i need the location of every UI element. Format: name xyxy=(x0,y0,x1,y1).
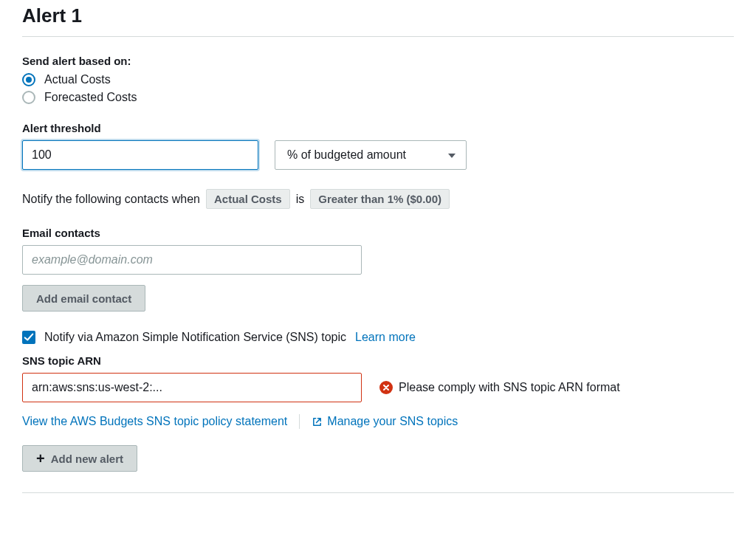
button-label: Add new alert xyxy=(51,453,123,465)
link-text: Manage your SNS topics xyxy=(327,415,458,428)
add-email-contact-button[interactable]: Add email contact xyxy=(22,285,145,312)
notify-cost-type-chip: Actual Costs xyxy=(206,189,290,209)
notify-mid: is xyxy=(296,193,305,206)
notify-summary-line: Notify the following contacts when Actua… xyxy=(22,189,734,209)
alert-section-title: Alert 1 xyxy=(22,0,734,37)
button-label: Add email contact xyxy=(36,292,131,305)
sns-arn-label: SNS topic ARN xyxy=(22,354,734,367)
radio-icon xyxy=(22,91,35,104)
alert-threshold-label: Alert threshold xyxy=(22,122,734,134)
error-icon xyxy=(379,381,393,394)
chevron-down-icon xyxy=(448,154,456,158)
sns-arn-input[interactable] xyxy=(22,373,362,402)
alert-threshold-input[interactable] xyxy=(22,140,258,170)
add-new-alert-button[interactable]: + Add new alert xyxy=(22,445,137,472)
sns-policy-link[interactable]: View the AWS Budgets SNS topic policy st… xyxy=(22,415,287,428)
select-value: % of budgeted amount xyxy=(287,148,406,162)
check-icon xyxy=(24,332,34,343)
send-based-on-label: Send alert based on: xyxy=(22,55,734,67)
sns-notify-checkbox[interactable] xyxy=(22,331,35,344)
radio-icon xyxy=(22,73,35,86)
manage-sns-topics-link[interactable]: Manage your SNS topics xyxy=(312,415,458,428)
radio-actual-costs[interactable]: Actual Costs xyxy=(22,73,734,86)
sns-learn-more-link[interactable]: Learn more xyxy=(355,331,416,344)
email-contact-input[interactable] xyxy=(22,245,362,275)
radio-label: Actual Costs xyxy=(44,73,111,86)
error-text: Please comply with SNS topic ARN format xyxy=(399,381,620,394)
notify-prefix: Notify the following contacts when xyxy=(22,193,200,206)
sns-arn-error: Please comply with SNS topic ARN format xyxy=(379,381,620,394)
plus-icon: + xyxy=(36,451,45,466)
notify-condition-chip: Greater than 1% ($0.00) xyxy=(310,189,450,209)
email-contacts-label: Email contacts xyxy=(22,227,734,239)
threshold-unit-select[interactable]: % of budgeted amount xyxy=(275,140,467,170)
sns-checkbox-label: Notify via Amazon Simple Notification Se… xyxy=(44,331,346,344)
radio-forecasted-costs[interactable]: Forecasted Costs xyxy=(22,91,734,104)
divider xyxy=(299,414,300,429)
section-divider xyxy=(22,492,734,493)
external-link-icon xyxy=(312,416,323,427)
radio-label: Forecasted Costs xyxy=(44,91,137,104)
